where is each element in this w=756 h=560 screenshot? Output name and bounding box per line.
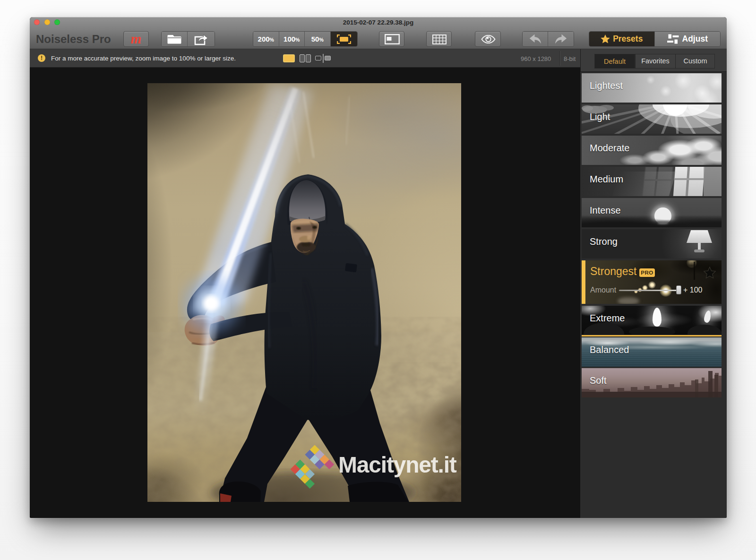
svg-text:Macitynet.it: Macitynet.it [338, 452, 457, 477]
